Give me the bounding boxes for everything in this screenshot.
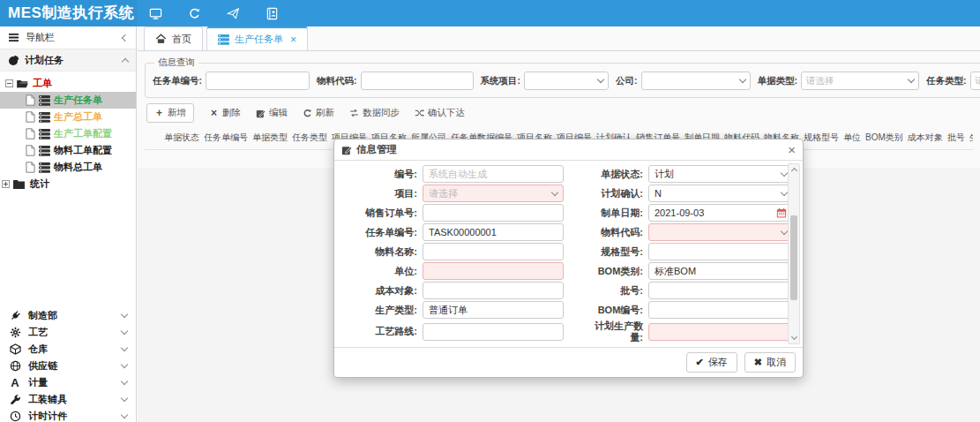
scroll-up-icon[interactable] xyxy=(789,164,799,175)
material-name-input[interactable] xyxy=(423,243,564,260)
column-header[interactable]: 任务单编号 xyxy=(204,132,248,144)
sidebar-item-manufacturing[interactable]: 制造部 xyxy=(0,307,136,324)
tree-item-production-order-config[interactable]: 生产工单配置 xyxy=(0,125,136,142)
tree-folder-workorders[interactable]: 工单 xyxy=(0,75,136,92)
query-panel: 信息查询 任务单编号: 物料代码: 系统项目: 公司: xyxy=(145,57,980,98)
column-header[interactable]: BOM类别 xyxy=(865,132,903,144)
batch-no-input[interactable] xyxy=(648,282,793,299)
query-field-system-project: 系统项目: xyxy=(481,72,610,90)
chevron-down-icon[interactable] xyxy=(121,395,128,402)
sidebar-group-plan-tasks[interactable]: 计划任务 xyxy=(0,49,136,72)
tree-item-material-order-config[interactable]: 物料工单配置 xyxy=(0,142,136,159)
tree-item-label: 物料工单配置 xyxy=(54,144,112,157)
scrollbar-thumb[interactable] xyxy=(790,215,797,300)
tree-item-production-master-order[interactable]: 生产总工单 xyxy=(0,109,136,125)
material-code-select[interactable] xyxy=(648,223,793,241)
company-select[interactable] xyxy=(641,72,751,90)
bom-no-input[interactable] xyxy=(648,301,793,319)
confirm-issue-button[interactable]: 确认下达 xyxy=(415,107,465,119)
task-order-no-input[interactable] xyxy=(423,223,564,241)
plan-qty-input[interactable] xyxy=(648,323,793,341)
module-label: 计时计件 xyxy=(28,410,67,422)
file-icon xyxy=(26,145,35,156)
process-route-input[interactable] xyxy=(423,323,564,341)
field-label: 任务单编号: xyxy=(340,227,417,238)
tab-label: 首页 xyxy=(172,33,191,46)
expand-expander-icon[interactable] xyxy=(2,180,10,188)
column-header[interactable]: 成本对象 xyxy=(908,132,943,144)
system-project-select[interactable] xyxy=(524,72,609,90)
chevron-down-icon[interactable] xyxy=(121,328,128,335)
tree-item-production-task-order[interactable]: 生产任务单 xyxy=(0,92,136,109)
task-no-input[interactable] xyxy=(206,72,310,90)
address-book-icon[interactable] xyxy=(266,7,279,20)
number-input[interactable] xyxy=(423,165,564,183)
field-label: 单据类型: xyxy=(758,75,798,87)
chevron-down-icon[interactable] xyxy=(121,311,128,318)
column-header[interactable]: 单据类型 xyxy=(252,132,288,144)
close-icon[interactable]: × xyxy=(290,34,296,45)
chevron-up-icon[interactable] xyxy=(122,57,129,64)
cost-object-input[interactable] xyxy=(423,282,564,299)
plan-confirm-select[interactable]: N xyxy=(648,185,793,202)
edit-button[interactable]: 编辑 xyxy=(256,107,288,119)
collapse-expander-icon[interactable] xyxy=(5,79,13,87)
unit-input[interactable] xyxy=(423,262,564,280)
production-type-input[interactable] xyxy=(423,301,564,319)
pie-chart-icon xyxy=(8,55,19,66)
dialog-scrollbar[interactable] xyxy=(788,163,800,344)
list-icon xyxy=(39,95,50,106)
tab-production-task-order[interactable]: 生产任务单 × xyxy=(206,26,308,50)
chevron-left-icon[interactable] xyxy=(122,34,129,41)
file-icon xyxy=(26,162,35,173)
column-header[interactable]: 生产类型 xyxy=(969,132,973,144)
monitor-icon[interactable] xyxy=(149,7,162,20)
column-header[interactable]: 单位 xyxy=(843,132,861,144)
refresh-icon xyxy=(303,109,312,118)
refresh-button[interactable]: 刷新 xyxy=(303,107,334,119)
list-icon xyxy=(39,162,50,173)
scroll-down-icon[interactable] xyxy=(789,333,799,343)
query-field-task-type: 任务类型: 请选择 xyxy=(926,72,980,90)
column-header[interactable]: 任务类型 xyxy=(292,132,327,144)
tree-folder-statistics[interactable]: 统计 xyxy=(0,176,136,192)
bom-type-input[interactable] xyxy=(648,262,793,280)
add-button[interactable]: + 新增 xyxy=(146,103,194,123)
sidebar-item-metrology[interactable]: A 计量 xyxy=(0,374,136,391)
calendar-icon[interactable] xyxy=(776,207,787,218)
sidebar-nav-header[interactable]: 导航栏 xyxy=(0,26,136,49)
material-code-input[interactable] xyxy=(361,72,474,90)
chevron-down-icon[interactable] xyxy=(121,378,128,385)
task-type-select[interactable]: 请选择 xyxy=(970,72,980,90)
doc-status-select[interactable]: 计划 xyxy=(648,165,793,183)
close-icon[interactable]: × xyxy=(788,143,796,156)
sidebar-item-warehouse[interactable]: 仓库 xyxy=(0,341,136,358)
sync-button[interactable]: 数据同步 xyxy=(349,107,400,119)
refresh-icon[interactable] xyxy=(188,7,201,20)
edit-icon xyxy=(256,109,266,118)
sidebar-item-process[interactable]: 工艺 xyxy=(0,324,136,341)
tab-home[interactable]: 首页 xyxy=(144,26,203,50)
spec-model-input[interactable] xyxy=(648,243,793,260)
tree-item-material-master-order[interactable]: 物料总工单 xyxy=(0,159,136,176)
chevron-down-icon[interactable] xyxy=(121,361,128,368)
column-header[interactable]: 单据状态 xyxy=(164,132,199,144)
query-field-company: 公司: xyxy=(616,72,751,90)
project-select[interactable]: 请选择 xyxy=(423,185,564,202)
cancel-button[interactable]: ✖ 取消 xyxy=(744,352,796,373)
chevron-down-icon[interactable] xyxy=(121,411,128,418)
delete-button[interactable]: × 删除 xyxy=(209,107,241,119)
field-label: 制单日期: xyxy=(569,207,643,219)
sidebar-item-tooling[interactable]: 工装辅具 xyxy=(0,391,136,408)
send-icon[interactable] xyxy=(227,7,240,20)
column-header[interactable]: 批号 xyxy=(947,132,965,144)
sales-order-input[interactable] xyxy=(423,204,564,222)
sidebar-item-timekeeping[interactable]: 计时计件 xyxy=(0,408,136,422)
clock-icon xyxy=(9,411,21,422)
column-header[interactable]: 规格型号 xyxy=(804,132,839,144)
doc-type-select[interactable]: 请选择 xyxy=(801,72,919,90)
chevron-down-icon[interactable] xyxy=(121,344,128,351)
doc-date-input[interactable]: 2021-09-03 xyxy=(648,204,793,222)
sidebar-item-supply-chain[interactable]: 供应链 xyxy=(0,358,136,374)
save-button[interactable]: ✔ 保存 xyxy=(686,352,737,373)
